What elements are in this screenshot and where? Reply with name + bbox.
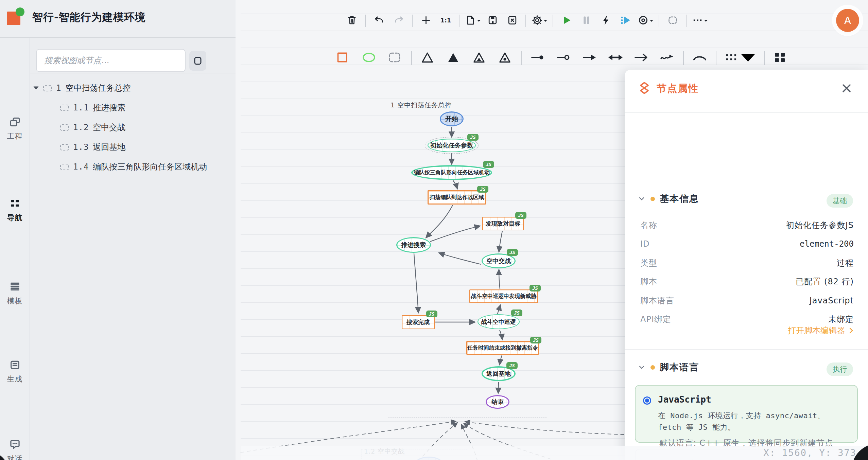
flow-node-done[interactable]: 搜索完成JS — [402, 315, 435, 329]
palette-separator — [683, 51, 684, 65]
plus-button[interactable] — [418, 13, 434, 29]
bolt-button[interactable] — [598, 13, 614, 29]
flow-node-threat[interactable]: 战斗空中巡逻中发现新威胁JS — [469, 289, 538, 303]
palette-ellipse-tool[interactable] — [362, 50, 377, 66]
node-label: 编队按三角队形向任务区域机动 — [414, 169, 490, 176]
open-script-editor-link[interactable]: 打开脚本编辑器 — [788, 325, 854, 336]
cursor-coordinates: X: 1560, Y: 373 — [763, 447, 856, 458]
shape-palette — [336, 50, 788, 66]
tree-item-1[interactable]: 1空中扫荡任务总控 — [30, 78, 236, 98]
flow-node-timeout[interactable]: 任务时间结束或接到撤离指令JS — [466, 341, 539, 355]
arc-icon — [693, 51, 707, 65]
save-button[interactable] — [485, 13, 500, 29]
play-button[interactable] — [559, 13, 574, 29]
palette-triangle-tool[interactable] — [421, 50, 435, 66]
palette-squares-2x2-tool[interactable] — [774, 50, 788, 66]
search-input[interactable] — [36, 49, 186, 72]
fast-forward-button[interactable] — [618, 13, 633, 29]
js-badge: JS — [511, 309, 522, 316]
js-badge: JS — [507, 249, 518, 256]
field-label: 名称 — [640, 220, 657, 231]
tree-item-1.2[interactable]: 1.2空中交战 — [30, 118, 236, 137]
section-script-header[interactable]: 脚本语言 — [638, 361, 699, 373]
palette-square-tool[interactable] — [336, 50, 351, 66]
chat-icon — [9, 439, 21, 452]
avatar[interactable]: A — [836, 9, 859, 32]
rail-item-模板[interactable]: 模板 — [0, 281, 30, 306]
language-card-javascript[interactable]: JavaScript在 Node.js 环境运行，支持 async/await、… — [635, 385, 858, 443]
palette-double-arrow-tool[interactable] — [608, 50, 623, 66]
dotted-grid-icon — [725, 51, 740, 65]
palette-dotted-grid-tool[interactable] — [725, 50, 755, 66]
file-button[interactable] — [465, 13, 481, 29]
node-label: 初始化任务参数 — [430, 141, 473, 149]
tree-item-1.4[interactable]: 1.4编队按三角队形向任务区域机动 — [30, 157, 236, 177]
rail-item-对话[interactable]: 对话 — [0, 439, 30, 460]
palette-dashed-rect-tool[interactable] — [388, 50, 402, 66]
pause-button[interactable] — [578, 13, 594, 29]
view-toggle-button[interactable] — [189, 51, 206, 71]
rail-item-工程[interactable]: 工程 — [0, 116, 30, 141]
node-label: 搜索完成 — [406, 318, 430, 326]
caret-down-icon[interactable] — [33, 86, 39, 90]
flow-node-search[interactable]: 推进搜索 — [396, 237, 431, 253]
undo-button[interactable] — [371, 13, 387, 29]
dashed-rect-icon — [388, 51, 402, 65]
trash-button[interactable] — [344, 13, 360, 29]
palette-connector-dot-tool[interactable] — [531, 50, 545, 66]
undo-icon — [374, 15, 385, 27]
palette-thin-arrow-tool[interactable] — [634, 50, 648, 66]
rail-item-label: 对话 — [7, 454, 23, 460]
flow-node-start[interactable]: 开始 — [440, 111, 464, 126]
tree-panel: 1空中扫荡任务总控1.1推进搜索1.2空中交战1.3返回基地1.4编队按三角队形… — [30, 38, 236, 460]
triangle-filled-icon — [447, 51, 461, 65]
one-to-one-button[interactable]: 1:1 — [438, 13, 453, 29]
gear-button[interactable] — [532, 13, 547, 29]
record-button[interactable] — [638, 13, 653, 29]
flow-node-end[interactable]: 结束 — [486, 395, 509, 409]
tree-item-1.3[interactable]: 1.3返回基地 — [30, 137, 236, 157]
tree-item-label: 空中交战 — [93, 122, 125, 133]
rail-item-生成[interactable]: 生成 — [0, 359, 30, 384]
field-label: API绑定 — [640, 314, 671, 325]
field-类型: 类型过程 — [640, 253, 854, 272]
palette-triangle-filled-tool[interactable] — [447, 50, 461, 66]
close-icon[interactable] — [841, 83, 852, 94]
dashed-capsule-button[interactable] — [665, 13, 680, 29]
flow-node-arrive[interactable]: 扫荡编队到达作战区域JS — [428, 190, 486, 205]
field-名称: 名称初始化任务参数JS — [640, 216, 854, 234]
more-button[interactable] — [692, 13, 708, 29]
flow-node-rtb[interactable]: 返回基地JS — [482, 366, 516, 381]
palette-connector-circle-tool[interactable] — [557, 50, 571, 66]
rail-item-label: 生成 — [7, 374, 23, 384]
palette-arc-tool[interactable] — [693, 50, 707, 66]
tree-item-1.1[interactable]: 1.1推进搜索 — [30, 98, 236, 118]
arrow-icon — [583, 51, 597, 65]
radio-selected-icon[interactable] — [643, 396, 651, 405]
flow-node-init[interactable]: 初始化任务参数JS — [428, 139, 476, 152]
field-脚本语言: 脚本语言JavaScript — [640, 291, 854, 310]
rail-item-导航[interactable]: 导航 — [0, 198, 30, 223]
js-badge: JS — [477, 186, 488, 193]
palette-triangle-dot-tool[interactable] — [498, 50, 513, 66]
section-dot-icon — [650, 197, 655, 201]
palette-squiggle-arrow-tool[interactable] — [660, 50, 674, 66]
file-x-button[interactable] — [504, 13, 520, 29]
palette-triangle-inner-tool[interactable] — [472, 50, 487, 66]
palette-arrow-tool[interactable] — [583, 50, 597, 66]
flow-node-patrol[interactable]: 战斗空中巡逻JS — [478, 314, 520, 329]
rail-item-label: 模板 — [7, 296, 23, 306]
node-shape-icon — [60, 164, 69, 170]
node-label: 发现敌对目标 — [486, 220, 520, 228]
file-icon — [465, 15, 476, 27]
section-basic-header[interactable]: 基本信息 — [638, 193, 699, 205]
flow-node-engage[interactable]: 空中交战JS — [482, 253, 516, 268]
section-badge: 执行 — [827, 362, 853, 376]
tree-item-label: 推进搜索 — [93, 102, 125, 113]
tree-item-number: 1.1 — [73, 103, 89, 112]
flow-node-detect[interactable]: 发现敌对目标JS — [482, 217, 524, 230]
toolbar-separator — [459, 15, 459, 27]
navigate-icon — [9, 198, 21, 211]
flow-node-form[interactable]: 编队按三角队形向任务区域机动JS — [411, 165, 492, 180]
redo-button[interactable] — [391, 13, 406, 29]
